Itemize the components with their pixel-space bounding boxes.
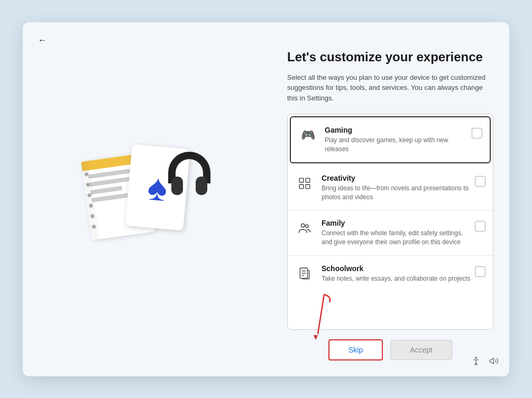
family-text: Family Connect with the whole family, ed… — [322, 219, 475, 247]
creativity-desc: Bring ideas to life—from novels and pres… — [322, 184, 475, 202]
gaming-title: Gaming — [325, 126, 472, 134]
main-window: ← — [23, 22, 509, 376]
svg-point-12 — [475, 357, 477, 358]
schoolwork-text: Schoolwork Take notes, write essays, and… — [322, 264, 475, 283]
left-panel: ♠ — [23, 22, 277, 376]
option-family[interactable]: Family Connect with the whole family, ed… — [288, 210, 493, 256]
family-title: Family — [322, 219, 475, 227]
svg-rect-0 — [299, 178, 304, 182]
gaming-icon: 🎮 — [298, 126, 317, 145]
gaming-desc: Play and discover games, keep up with ne… — [325, 136, 472, 154]
option-gaming[interactable]: 🎮 Gaming Play and discover games, keep u… — [290, 116, 491, 163]
svg-rect-2 — [299, 184, 304, 189]
svg-point-5 — [306, 225, 308, 227]
taskbar-icons — [471, 356, 499, 368]
gaming-text: Gaming Play and discover games, keep up … — [325, 126, 472, 154]
options-container: 🎮 Gaming Play and discover games, keep u… — [287, 114, 493, 329]
headphone-arc — [168, 152, 210, 183]
illustration: ♠ — [76, 141, 224, 257]
family-checkbox[interactable] — [475, 221, 485, 232]
spiral-dot — [91, 224, 96, 229]
svg-rect-3 — [306, 184, 310, 189]
schoolwork-checkbox[interactable] — [475, 266, 485, 277]
spiral-dot — [88, 203, 93, 208]
options-scroll[interactable]: 🎮 Gaming Play and discover games, keep u… — [288, 114, 493, 329]
headphones-illustration — [160, 152, 218, 215]
svg-rect-1 — [306, 178, 310, 182]
schoolwork-icon — [295, 264, 314, 283]
creativity-text: Creativity Bring ideas to life—from nove… — [322, 174, 475, 202]
page-subtitle: Select all the ways you plan to use your… — [287, 72, 493, 104]
bottom-actions: Skip Accept — [287, 339, 493, 360]
option-schoolwork[interactable]: Schoolwork Take notes, write essays, and… — [288, 256, 493, 292]
skip-button[interactable]: Skip — [328, 339, 383, 360]
accept-button[interactable]: Accept — [390, 340, 452, 360]
svg-point-4 — [301, 224, 305, 228]
creativity-title: Creativity — [322, 174, 475, 182]
option-creativity[interactable]: Creativity Bring ideas to life—from nove… — [288, 165, 493, 211]
svg-marker-13 — [490, 358, 494, 364]
svg-marker-11 — [314, 335, 318, 339]
creativity-checkbox[interactable] — [475, 176, 485, 187]
schoolwork-desc: Take notes, write essays, and collaborat… — [322, 274, 475, 283]
page-title: Let's customize your experience — [287, 49, 493, 65]
back-button[interactable]: ← — [33, 33, 51, 48]
creativity-icon — [295, 174, 314, 193]
spiral-dot — [86, 182, 90, 187]
gaming-checkbox[interactable] — [472, 128, 482, 138]
volume-icon — [489, 356, 499, 368]
family-icon — [295, 219, 314, 238]
schoolwork-title: Schoolwork — [322, 264, 475, 273]
spiral-dot — [90, 214, 95, 218]
right-panel: Let's customize your experience Select a… — [277, 22, 509, 376]
headphone-left-ear — [171, 177, 183, 195]
family-desc: Connect with the whole family, edit safe… — [322, 229, 475, 247]
spiral-dot — [87, 192, 92, 197]
spiral-dot — [84, 172, 89, 177]
headphone-right-ear — [196, 177, 207, 195]
accessibility-icon — [471, 356, 481, 368]
